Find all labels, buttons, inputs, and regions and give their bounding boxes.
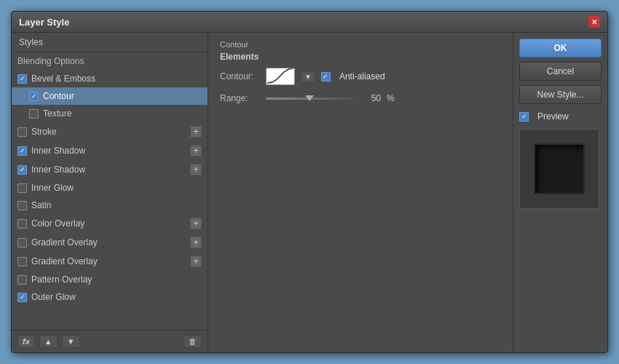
preview-label-row: Preview: [519, 111, 602, 122]
contour-preview[interactable]: [266, 68, 295, 85]
bevel-emboss-checkbox[interactable]: [17, 74, 27, 84]
range-percent: %: [387, 93, 395, 103]
preview-checkbox[interactable]: [519, 112, 529, 122]
new-style-button[interactable]: New Style...: [519, 85, 602, 104]
sidebar-item-inner-shadow-1[interactable]: Inner Shadow +: [12, 141, 208, 160]
left-panel-footer: fx ▲ ▼ 🗑: [12, 330, 208, 352]
stroke-label: Stroke: [31, 127, 57, 137]
dialog-title: Layer Style: [19, 17, 69, 28]
move-down-button[interactable]: ▼: [62, 335, 80, 348]
anti-alias-label: Anti-aliased: [339, 71, 385, 82]
bevel-emboss-label: Bevel & Emboss: [31, 74, 95, 84]
inner-glow-label: Inner Glow: [31, 183, 74, 193]
sidebar-item-blending-options[interactable]: Blending Options: [12, 52, 208, 70]
range-thumb: [305, 95, 314, 101]
up-icon: ▲: [44, 337, 52, 346]
contour-row: Contour: ▼ Anti-aliased: [220, 68, 501, 85]
texture-label: Texture: [43, 108, 71, 119]
move-up-button[interactable]: ▲: [39, 335, 58, 348]
sidebar-item-bevel-emboss[interactable]: Bevel & Emboss: [12, 70, 208, 87]
close-button[interactable]: ✕: [588, 16, 600, 28]
gradient-overlay-2-checkbox[interactable]: [17, 257, 27, 266]
sidebar-item-inner-shadow-2[interactable]: Inner Shadow +: [12, 160, 208, 179]
center-panel: Contour Elements Contour: ▼ Anti-aliased: [208, 33, 513, 352]
color-overlay-checkbox[interactable]: [17, 219, 27, 229]
range-track: [266, 98, 353, 100]
pattern-overlay-checkbox[interactable]: [17, 275, 27, 285]
range-value: 50: [359, 93, 381, 103]
range-row: Range: 50 %: [220, 92, 501, 104]
inner-shadow-2-checkbox[interactable]: [17, 165, 27, 175]
inner-shadow-1-checkbox[interactable]: [17, 146, 27, 156]
right-panel: OK Cancel New Style... Preview: [513, 33, 607, 352]
styles-header: Styles: [12, 33, 208, 52]
gradient-overlay-1-label: Gradient Overlay: [31, 237, 98, 248]
preview-box: [519, 129, 599, 209]
contour-dropdown-button[interactable]: ▼: [301, 71, 315, 83]
layer-style-dialog: Layer Style ✕ Styles Blending Options Be…: [11, 11, 608, 353]
texture-checkbox[interactable]: [29, 109, 39, 119]
color-overlay-label: Color Overlay: [31, 218, 84, 229]
sidebar-item-gradient-overlay-1[interactable]: Gradient Overlay +: [12, 233, 208, 252]
contour-label: Contour: [43, 91, 74, 101]
delete-button[interactable]: 🗑: [184, 335, 202, 348]
dialog-body: Styles Blending Options Bevel & Emboss C…: [12, 33, 607, 352]
inner-shadow-2-add-button[interactable]: +: [190, 164, 202, 175]
inner-shadow-1-add-button[interactable]: +: [190, 145, 202, 157]
trash-icon: 🗑: [189, 337, 197, 346]
cancel-button[interactable]: Cancel: [519, 62, 602, 81]
color-overlay-add-button[interactable]: +: [190, 218, 202, 229]
satin-label: Satin: [31, 200, 51, 210]
range-field-label: Range:: [220, 93, 260, 103]
stroke-add-button[interactable]: +: [190, 126, 202, 138]
layer-styles-list: Blending Options Bevel & Emboss Contour …: [12, 52, 208, 330]
gradient-overlay-2-label: Gradient Overlay: [31, 256, 98, 266]
inner-glow-checkbox[interactable]: [17, 183, 27, 193]
sidebar-item-satin[interactable]: Satin: [12, 197, 208, 214]
contour-checkbox[interactable]: [29, 92, 39, 101]
sidebar-item-texture[interactable]: Texture: [12, 105, 208, 122]
sidebar-item-outer-glow[interactable]: Outer Glow: [12, 288, 208, 306]
title-bar: Layer Style ✕: [12, 12, 607, 33]
contour-section-title: Contour: [220, 40, 501, 49]
gradient-overlay-1-add-button[interactable]: +: [190, 237, 202, 248]
range-slider[interactable]: [266, 92, 353, 104]
left-panel: Styles Blending Options Bevel & Emboss C…: [12, 33, 208, 352]
sidebar-item-stroke[interactable]: Stroke +: [12, 122, 208, 141]
inner-shadow-1-label: Inner Shadow: [31, 146, 85, 156]
stroke-checkbox[interactable]: [17, 127, 27, 137]
inner-shadow-2-label: Inner Shadow: [31, 165, 85, 175]
anti-alias-checkbox[interactable]: [321, 72, 331, 82]
contour-field-label: Contour:: [220, 71, 260, 82]
elements-subtitle: Elements: [220, 52, 501, 62]
satin-checkbox[interactable]: [17, 201, 27, 210]
anti-alias-row: Anti-aliased: [321, 71, 385, 82]
fx-button[interactable]: fx: [17, 335, 35, 348]
outer-glow-label: Outer Glow: [31, 292, 76, 302]
gradient-overlay-2-add-button[interactable]: +: [190, 256, 202, 267]
preview-label: Preview: [537, 111, 569, 122]
preview-inner-shape: [534, 143, 585, 194]
outer-glow-checkbox[interactable]: [17, 293, 27, 302]
sidebar-item-inner-glow[interactable]: Inner Glow: [12, 179, 208, 197]
gradient-overlay-1-checkbox[interactable]: [17, 238, 27, 248]
blending-options-label: Blending Options: [17, 56, 84, 66]
sidebar-item-gradient-overlay-2[interactable]: Gradient Overlay +: [12, 252, 208, 271]
fx-icon: fx: [23, 337, 30, 346]
pattern-overlay-label: Pattern Overlay: [31, 274, 92, 285]
sidebar-item-color-overlay[interactable]: Color Overlay +: [12, 214, 208, 233]
down-icon: ▼: [67, 337, 75, 346]
ok-button[interactable]: OK: [519, 39, 602, 58]
contour-curve-svg: [267, 68, 293, 84]
sidebar-item-contour[interactable]: Contour: [12, 87, 208, 105]
sidebar-item-pattern-overlay[interactable]: Pattern Overlay: [12, 271, 208, 288]
